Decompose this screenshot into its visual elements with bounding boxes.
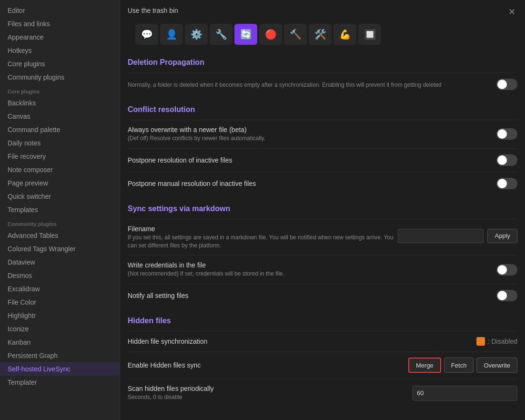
sidebar-item-kanban[interactable]: Kanban: [0, 336, 120, 349]
sidebar-item-templater[interactable]: Templater: [0, 376, 120, 389]
content-area: Deletion Propagation Normally, a folder …: [120, 58, 525, 419]
sidebar-item-note-composer[interactable]: Note composer: [0, 163, 120, 176]
main-content: ✕ Use the trash bin 💬👤⚙️🔧🔄🔴🔨🛠️💪🔲 Deletio…: [120, 0, 525, 420]
status-dot-icon: [476, 337, 485, 346]
sidebar-item-highlightr[interactable]: Highlightr: [0, 309, 120, 322]
postpone-inactive-toggle[interactable]: [496, 154, 517, 166]
always-overwrite-row: Always overwrite with a newer file (beta…: [128, 120, 517, 148]
sync-icon-btn-7[interactable]: 🛠️: [309, 24, 332, 45]
postpone-manual-row: Postpone manual resolution of inactive f…: [128, 172, 517, 195]
write-credentials-row: Write credentials in the file (Not recom…: [128, 255, 517, 284]
sidebar-item-daily-notes[interactable]: Daily notes: [0, 136, 120, 150]
sidebar-item-templates[interactable]: Templates: [0, 203, 120, 216]
sidebar-item-excalidraw[interactable]: Excalidraw: [0, 282, 120, 296]
sync-icon-btn-1[interactable]: 👤: [160, 24, 183, 45]
fetch-button[interactable]: Fetch: [444, 358, 474, 373]
sync-icon-btn-8[interactable]: 💪: [333, 24, 356, 45]
filename-input-area: Apply: [398, 229, 517, 243]
filename-desc: If you set this, all settings are saved …: [128, 234, 398, 250]
postpone-manual-label: Postpone manual resolution of inactive f…: [128, 180, 491, 187]
enable-hidden-sync-label: Enable Hidden files sync: [128, 361, 403, 369]
notify-all-row: Notify all setting files: [128, 284, 517, 307]
sidebar-item-advanced-tables[interactable]: Advanced Tables: [0, 229, 120, 242]
notify-all-label: Notify all setting files: [128, 292, 491, 299]
sync-icon-btn-2[interactable]: ⚙️: [185, 24, 208, 45]
sidebar-item-persistent-graph[interactable]: Persistent Graph: [0, 349, 120, 362]
hidden-file-sync-label: Hidden file synchronization: [128, 338, 471, 345]
core-plugins-section-label: Core plugins: [0, 84, 120, 96]
write-credentials-label: Write credentials in the file: [128, 261, 491, 269]
notify-all-toggle[interactable]: [496, 290, 517, 301]
sidebar-item-iconize[interactable]: Iconize: [0, 322, 120, 336]
sidebar-item-community-plugins[interactable]: Community plugins: [0, 71, 120, 84]
overwrite-button[interactable]: Overwrite: [476, 358, 517, 373]
sidebar-item-self-hosted-livesync[interactable]: Self-hosted LiveSync: [0, 362, 120, 376]
sync-icon-btn-9[interactable]: 🔲: [358, 24, 381, 45]
enable-hidden-sync-row: Enable Hidden files sync Merge Fetch Ove…: [128, 351, 517, 379]
sidebar-item-appearance[interactable]: Appearance: [0, 31, 120, 44]
sidebar-item-colored-tags-wrangler[interactable]: Colored Tags Wrangler: [0, 242, 120, 256]
hidden-file-sync-row: Hidden file synchronization : Disabled: [128, 331, 517, 351]
merge-button[interactable]: Merge: [408, 358, 441, 373]
use-trash-label: Use the trash bin: [128, 7, 517, 14]
hidden-sync-status-text: : Disabled: [488, 338, 517, 345]
scan-hidden-label: Scan hidden files periodically: [128, 385, 407, 392]
postpone-inactive-row: Postpone resolution of inactive files: [128, 148, 517, 172]
always-overwrite-desc: (Def off) Resolve conflicts by newer fil…: [128, 134, 491, 143]
sync-icon-btn-6[interactable]: 🔨: [284, 24, 307, 45]
hidden-sync-action-buttons: Merge Fetch Overwrite: [408, 358, 517, 373]
scan-hidden-desc: Seconds, 0 to disable: [128, 393, 407, 401]
sidebar-item-dataview[interactable]: Dataview: [0, 256, 120, 269]
sidebar-item-quick-switcher[interactable]: Quick switcher: [0, 190, 120, 203]
sidebar-item-canvas[interactable]: Canvas: [0, 110, 120, 123]
always-overwrite-label: Always overwrite with a newer file (beta…: [128, 126, 491, 133]
deletion-propagation-desc: Normally, a folder is deleted when it be…: [128, 81, 491, 89]
sync-icon-btn-5[interactable]: 🔴: [259, 24, 282, 45]
top-section: Use the trash bin 💬👤⚙️🔧🔄🔴🔨🛠️💪🔲: [120, 0, 525, 49]
postpone-inactive-label: Postpone resolution of inactive files: [128, 156, 491, 164]
write-credentials-desc: (Not recommended) If set, credentials wi…: [128, 270, 491, 278]
filename-input[interactable]: [398, 229, 484, 243]
scan-hidden-input[interactable]: [413, 386, 517, 401]
deletion-propagation-row: Normally, a folder is deleted when it be…: [128, 72, 517, 96]
sidebar-item-command-palette[interactable]: Command palette: [0, 123, 120, 136]
sidebar-item-core-plugins[interactable]: Core plugins: [0, 57, 120, 71]
filename-label: Filename: [128, 225, 398, 233]
close-button[interactable]: ✕: [505, 5, 518, 19]
sidebar-item-backlinks[interactable]: Backlinks: [0, 96, 120, 110]
postpone-manual-toggle[interactable]: [496, 178, 517, 189]
hidden-files-title: Hidden files: [128, 317, 517, 325]
sync-icon-btn-0[interactable]: 💬: [135, 24, 158, 45]
filename-row: Filename If you set this, all settings a…: [128, 219, 517, 256]
sidebar-item-page-preview[interactable]: Page preview: [0, 176, 120, 190]
sync-icons-row: 💬👤⚙️🔧🔄🔴🔨🛠️💪🔲: [128, 18, 517, 49]
sync-settings-title: Sync settings via markdown: [128, 205, 517, 213]
sync-icon-btn-4[interactable]: 🔄: [234, 24, 257, 45]
sidebar-item-file-color[interactable]: File Color: [0, 296, 120, 309]
community-plugins-section-label: Community plugins: [0, 216, 120, 229]
write-credentials-toggle[interactable]: [496, 264, 517, 276]
sidebar-item-file-recovery[interactable]: File recovery: [0, 150, 120, 163]
deletion-propagation-title: Deletion Propagation: [128, 58, 517, 67]
sidebar: EditorFiles and linksAppearanceHotkeysCo…: [0, 0, 120, 420]
conflict-resolution-title: Conflict resolution: [128, 105, 517, 114]
scan-hidden-row: Scan hidden files periodically Seconds, …: [128, 379, 517, 407]
sidebar-item-hotkeys[interactable]: Hotkeys: [0, 44, 120, 57]
sidebar-item-editor[interactable]: Editor: [0, 4, 120, 17]
sidebar-item-files-and-links[interactable]: Files and links: [0, 17, 120, 31]
deletion-propagation-toggle[interactable]: [496, 79, 517, 90]
sidebar-item-desmos[interactable]: Desmos: [0, 269, 120, 282]
hidden-sync-status-badge: : Disabled: [476, 337, 517, 346]
sync-icon-btn-3[interactable]: 🔧: [210, 24, 232, 45]
apply-button[interactable]: Apply: [487, 229, 517, 243]
always-overwrite-toggle[interactable]: [496, 128, 517, 140]
